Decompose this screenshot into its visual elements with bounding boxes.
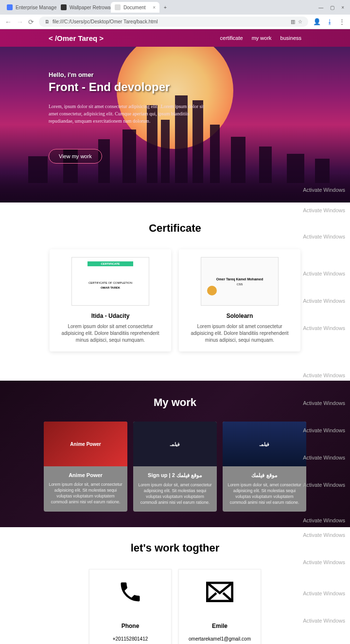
work-title: Anime Power [49,472,122,478]
windows-watermark: Activate Windows [303,590,345,596]
work-text: Lorem ipsum dolor sit, amet consectetur … [228,482,301,506]
download-icon[interactable]: ⭳ [327,18,333,25]
close-window-icon[interactable]: × [341,5,344,10]
contact-card-email[interactable]: Emile omertarekamel1@gmail.com [178,569,261,644]
windows-watermark: Activate Windows [303,482,345,488]
windows-watermark: Activate Windows [303,234,345,239]
windows-watermark: Activate Windows [303,559,345,565]
windows-watermark: Activate Windows [303,618,345,624]
contact-title: Phone [94,623,166,629]
contact-card-phone[interactable]: Phone +201152801412 [89,569,172,644]
certificate-text: Lorem ipsum dolor sit amet consectetur a… [57,323,163,344]
url-text: file:///C:/Users/pc/Desktop/Omer Tareq/b… [52,19,158,24]
main-nav: certificate my work business [220,35,301,41]
maximize-icon[interactable]: ▢ [330,5,334,10]
mywork-heading: My work [10,396,340,409]
email-icon [184,579,256,608]
nav-certificate[interactable]: certificate [220,35,243,41]
windows-watermark: Activate Windows [303,298,345,304]
browser-tab-active[interactable]: Document× [111,2,159,13]
nav-mywork[interactable]: my work [252,35,272,41]
hero-description: Lorem, ipsum dolor sit amet consectetur … [49,103,214,125]
contact-value: +201152801412 [94,636,166,642]
certificate-title: Sololearn [187,313,293,319]
contact-value: omertarekamel1@gmail.com [184,636,256,642]
forward-icon[interactable]: → [17,18,23,26]
certificate-text: Lorem ipsum dolor sit amet consectetur a… [187,323,293,344]
windows-watermark: Activate Windows [303,187,345,193]
browser-tab[interactable]: Enterprise Management Conso× [3,2,56,13]
nav-business[interactable]: business [280,35,301,41]
star-icon[interactable]: ☆ [298,19,302,24]
site-header: < /Omer Tareq > certificate my work busi… [0,29,350,47]
hero-greeting: Hello, i'm omer [49,71,214,78]
file-icon: 🗎 [45,19,50,24]
certificate-image: Omer Tareq Kamel Mohamed CSS [201,257,279,306]
browser-tab[interactable]: Wallpaper Retrowave, lines, su× [57,2,110,13]
work-thumbnail: فيلمـ [223,422,306,466]
menu-icon[interactable]: ⋮ [339,18,345,25]
tab-title: Enterprise Management Conso [16,5,56,10]
windows-watermark: Activate Windows [303,427,345,433]
tab-title: Document [123,5,146,10]
work-card[interactable]: فيلمـ موقع فيلمك Lorem ipsum dolor sit, … [223,422,306,512]
url-input[interactable]: 🗎 file:///C:/Users/pc/Desktop/Omer Tareq… [39,17,308,27]
windows-watermark: Activate Windows [303,271,345,276]
windows-watermark: Activate Windows [303,400,345,406]
windows-watermark: Activate Windows [303,532,345,538]
certificate-card[interactable]: Omer Tareq Kamel Mohamed CSS Sololearn L… [179,249,300,351]
windows-watermark: Activate Windows [303,207,345,213]
logo[interactable]: < /Omer Tareq > [49,34,104,42]
certificate-card[interactable]: CERTIFICATE CERTIFICATE OF COMPLETION OM… [50,249,171,351]
work-title: موقع فيلمك [228,472,301,478]
close-icon[interactable]: × [153,5,156,10]
windows-watermark: Activate Windows [303,455,345,460]
work-thumbnail: Anime Power [44,422,127,466]
profile-icon[interactable]: 👤 [313,18,321,25]
windows-watermark: Activate Windows [303,325,345,331]
hero-section: Hello, i'm omer Front - End devoloper Lo… [0,47,350,202]
work-card[interactable]: Anime Power Anime Power Lorem ipsum dolo… [44,422,127,512]
reload-icon[interactable]: ⟳ [28,18,34,26]
certificate-title: Itida - Udacity [57,313,163,319]
hero-title: Front - End devoloper [49,80,214,94]
browser-tab-bar: Enterprise Management Conso× Wallpaper R… [0,0,350,15]
windows-watermark: Activate Windows [303,372,345,378]
view-work-button[interactable]: View my work [49,149,102,164]
work-thumbnail: فيلمـ [133,422,217,466]
work-card[interactable]: فيلمـ Sign up | 2 موقع فيلمك Lorem ipsum… [133,422,217,512]
work-text: Lorem ipsum dolor sit, amet consectetur … [138,482,212,506]
mywork-section: My work Activate Windows Activate Window… [0,381,350,527]
certificate-image: CERTIFICATE CERTIFICATE OF COMPLETION OM… [71,257,149,306]
address-bar: ← → ⟳ 🗎 file:///C:/Users/pc/Desktop/Omer… [0,15,350,29]
back-icon[interactable]: ← [5,18,12,26]
contact-heading: let's work togther [10,542,340,554]
phone-icon [94,579,166,608]
tab-title: Wallpaper Retrowave, lines, su [70,5,110,10]
contact-title: Emile [184,623,256,629]
minimize-icon[interactable]: — [318,5,323,10]
work-title: Sign up | 2 موقع فيلمك [138,472,212,478]
certificate-heading: Certificate [10,222,340,235]
new-tab-button[interactable]: + [160,3,171,12]
certificate-section: Activate Windows Certificate Activate Wi… [0,202,350,381]
work-text: Lorem ipsum dolor sit, amet consectetur … [49,482,122,505]
contact-section: let's work togther Activate Windows Acti… [0,527,350,644]
reader-icon[interactable]: ▥ [291,19,295,24]
windows-watermark: Activate Windows [303,517,345,523]
